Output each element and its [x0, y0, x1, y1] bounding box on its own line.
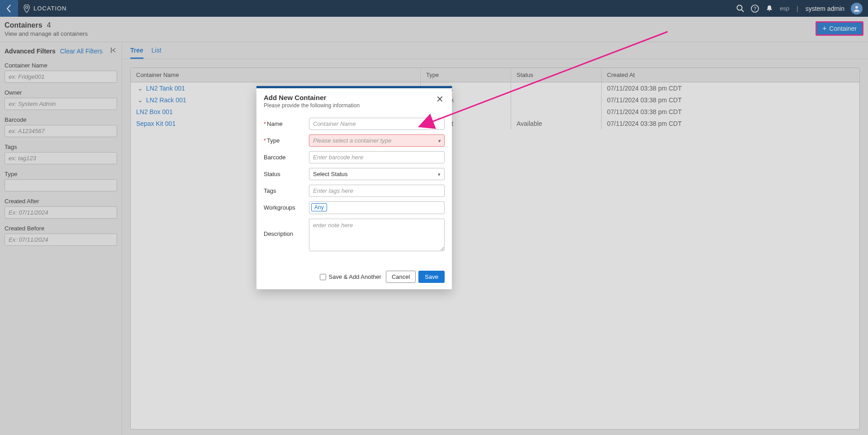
bell-icon[interactable]	[765, 5, 773, 13]
chevron-down-icon[interactable]: ⌄	[136, 96, 144, 104]
add-container-modal: Add New Container Please provide the fol…	[256, 86, 452, 289]
filter-owner-input[interactable]	[5, 98, 117, 110]
modal-barcode-input[interactable]	[309, 151, 445, 163]
save-button[interactable]: Save	[418, 271, 445, 283]
container-table: Container Name Type Status Created At ⌄ …	[130, 67, 860, 430]
user-name[interactable]: system admin	[806, 5, 844, 12]
svg-point-4	[855, 6, 858, 9]
filter-container-name-input[interactable]	[5, 71, 117, 83]
tree-node-link[interactable]: LN2 Tank 001	[146, 85, 185, 92]
modal-tags-input[interactable]	[309, 185, 445, 197]
chevron-down-icon	[438, 171, 441, 177]
modal-label-status: Status	[264, 168, 309, 177]
app-header: LOCATION ? esp | system admin	[0, 0, 868, 17]
content-area: Tree List Container Name Type Status Cre…	[122, 42, 868, 435]
cell-status	[511, 106, 601, 118]
add-container-label: Container	[829, 25, 857, 32]
cell-created: 07/11/2024 03:38 pm CDT	[601, 82, 859, 94]
table-row: LN2 Box 001 07/11/2024 03:38 pm CDT	[131, 106, 859, 118]
advanced-filters-title: Advanced Filters	[5, 48, 56, 55]
filter-label-created-before: Created Before	[5, 225, 117, 232]
modal-label-description: Description	[264, 219, 309, 237]
user-icon	[853, 5, 860, 12]
modal-label-workgroups: Workgroups	[264, 201, 309, 211]
save-add-another-checkbox[interactable]: Save & Add Another	[320, 273, 381, 280]
modal-label-tags: Tags	[264, 185, 309, 194]
chevron-left-icon	[6, 4, 12, 13]
svg-line-1	[742, 10, 744, 12]
table-row: ⌄ LN2 Rack 001 LN2 Rack 07/11/2024 03:38…	[131, 94, 859, 106]
th-type[interactable]: Type	[420, 68, 511, 82]
save-add-another-box[interactable]	[320, 274, 326, 280]
page-subtitle: View and manage all containers	[5, 30, 88, 37]
clear-all-filters-link[interactable]: Clear All Filters	[60, 48, 103, 55]
filter-label-barcode: Barcode	[5, 116, 117, 123]
user-avatar[interactable]	[851, 3, 863, 14]
location-pin-icon	[24, 5, 30, 13]
modal-label-barcode: Barcode	[264, 151, 309, 161]
modal-name-input[interactable]	[309, 118, 445, 130]
th-container-name[interactable]: Container Name	[131, 68, 420, 82]
search-icon[interactable]	[736, 5, 745, 13]
cancel-button[interactable]: Cancel	[386, 271, 416, 283]
table-row: Sepax Kit 001 Sepax Kit Available 07/11/…	[131, 118, 859, 129]
filter-label-container-name: Container Name	[5, 62, 117, 69]
filter-label-type: Type	[5, 171, 117, 177]
table-header: Container Name Type Status Created At	[131, 68, 859, 82]
location-label: LOCATION	[33, 5, 67, 12]
modal-workgroups-input[interactable]: Any	[309, 201, 445, 214]
modal-type-select[interactable]: Please select a container type	[309, 134, 445, 147]
close-icon[interactable]: ✕	[435, 94, 445, 105]
filter-type-input[interactable]	[5, 179, 117, 191]
tab-list[interactable]: List	[152, 47, 161, 59]
cell-status: Available	[511, 118, 601, 129]
tree-node-link[interactable]: Sepax Kit 001	[136, 120, 175, 127]
modal-description-textarea[interactable]	[309, 219, 445, 251]
cell-created: 07/11/2024 03:38 pm CDT	[601, 118, 859, 129]
filter-created-before-input[interactable]	[5, 234, 117, 246]
workgroup-tag[interactable]: Any	[311, 203, 327, 211]
svg-text:?: ?	[754, 6, 756, 11]
svg-point-0	[737, 5, 742, 10]
table-row: ⌄ LN2 Tank 001 LN2 Tank 07/11/2024 03:38…	[131, 82, 859, 94]
modal-label-type: *Type	[264, 134, 309, 144]
th-status[interactable]: Status	[511, 68, 601, 82]
chevron-down-icon[interactable]: ⌄	[136, 85, 144, 92]
filter-barcode-input[interactable]	[5, 125, 117, 137]
modal-subtitle: Please provide the following information	[264, 102, 360, 109]
modal-label-name: *Name	[264, 118, 309, 127]
collapse-sidebar-icon[interactable]	[110, 47, 117, 56]
header-right: ? esp | system admin	[736, 3, 868, 14]
filter-label-tags: Tags	[5, 143, 117, 150]
plus-icon: +	[822, 25, 826, 32]
page-count: 4	[47, 21, 51, 29]
help-icon[interactable]: ?	[751, 5, 759, 13]
back-button[interactable]	[0, 0, 18, 17]
filter-label-created-after: Created After	[5, 198, 117, 205]
esp-label: esp	[780, 5, 789, 12]
modal-title: Add New Container	[264, 94, 360, 101]
tab-tree[interactable]: Tree	[130, 47, 143, 59]
location-breadcrumb[interactable]: LOCATION	[18, 5, 72, 13]
add-container-button[interactable]: + Container	[816, 21, 863, 36]
header-divider: |	[797, 5, 798, 12]
cell-status	[511, 94, 601, 106]
tree-node-link[interactable]: LN2 Box 001	[136, 108, 173, 115]
tree-node-link[interactable]: LN2 Rack 001	[146, 96, 186, 104]
cell-created: 07/11/2024 03:38 pm CDT	[601, 94, 859, 106]
th-created-at[interactable]: Created At	[601, 68, 859, 82]
modal-status-select[interactable]: Select Status	[309, 168, 445, 180]
filter-created-after-input[interactable]	[5, 206, 117, 219]
cell-created: 07/11/2024 03:38 pm CDT	[601, 106, 859, 118]
table-body: ⌄ LN2 Tank 001 LN2 Tank 07/11/2024 03:38…	[131, 82, 859, 429]
view-tabs: Tree List	[122, 42, 868, 59]
filter-label-owner: Owner	[5, 89, 117, 96]
filter-sidebar: Advanced Filters Clear All Filters Conta…	[0, 42, 122, 435]
page-header: Containers4 View and manage all containe…	[0, 17, 868, 42]
cell-status	[511, 82, 601, 94]
page-title: Containers4	[5, 21, 88, 29]
filter-tags-input[interactable]	[5, 152, 117, 164]
chevron-down-icon	[438, 137, 441, 144]
